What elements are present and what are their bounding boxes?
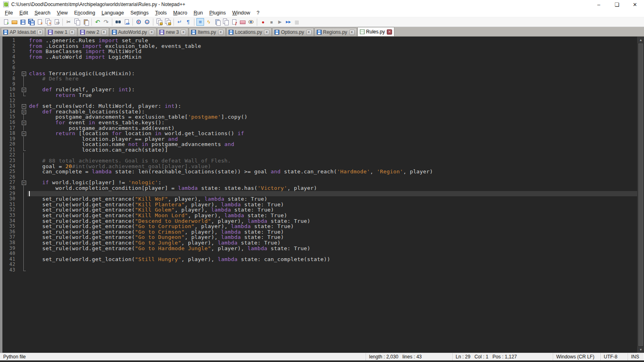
function-list-icon[interactable]: ƒ [230, 18, 238, 26]
zoom-in-icon[interactable]: + [135, 18, 142, 26]
menu-search[interactable]: Search [31, 9, 54, 16]
code-text[interactable]: from BaseClasses import MultiWorld [27, 49, 637, 54]
fold-collapse-icon[interactable] [20, 87, 27, 93]
menu-run[interactable]: Run [190, 9, 206, 16]
zoom-out-icon[interactable]: − [143, 18, 151, 26]
tab-options-py[interactable]: Options.py✕ [272, 28, 314, 36]
menu-file[interactable]: File [2, 9, 16, 16]
show-all-characters-icon[interactable]: ¶ [184, 18, 192, 26]
menu-plugins[interactable]: Plugins [206, 9, 229, 16]
code-text[interactable] [27, 98, 637, 104]
menu-settings[interactable]: Settings [127, 9, 152, 16]
tab-close-icon[interactable]: ✕ [101, 30, 107, 35]
tab-ap-ideas-txt[interactable]: AP Ideas.txt✕ [1, 28, 45, 36]
code-text[interactable]: set_rule(world.get_entrance("Kill Plante… [27, 202, 637, 208]
code-text[interactable]: set_rule(world.get_entrance("Descend to … [27, 218, 637, 224]
restore-button[interactable]: ❏ [608, 0, 626, 9]
monitoring-icon[interactable] [247, 18, 255, 26]
code-text[interactable]: set_rule(world.get_entrance("Kill WoF", … [27, 196, 637, 202]
document-list-icon[interactable] [222, 18, 229, 26]
code-text[interactable]: def reachable_locations(state): [27, 109, 637, 115]
code-text[interactable]: set_rule(world.get_entrance("Go to Dunge… [27, 234, 637, 240]
menu-window[interactable]: Window [229, 9, 253, 16]
menu-encoding[interactable]: Encoding [71, 9, 98, 16]
folder-as-workspace-icon[interactable] [239, 18, 246, 26]
tab-items-py[interactable]: Items.py✕ [189, 28, 225, 36]
code-text[interactable]: if world.logic[player] != 'nologic': [27, 180, 637, 185]
code-editor[interactable]: 1from ..generic.Rules import set_rule2fr… [2, 37, 637, 353]
code-text[interactable]: set_rule(world.get_location("Still Hungr… [27, 257, 637, 262]
tab-close-icon[interactable]: ✕ [70, 30, 75, 35]
code-text[interactable]: class TerrariaLogic(LogicMixin): [27, 71, 637, 76]
close-all-icon[interactable]: × [44, 18, 52, 26]
code-text[interactable]: # Defs here [27, 76, 637, 82]
tab-close-icon[interactable]: ✕ [349, 30, 355, 35]
code-text[interactable] [27, 191, 637, 197]
code-text[interactable] [27, 152, 637, 158]
fold-collapse-icon[interactable] [20, 131, 27, 136]
code-text[interactable]: set_rule(world.get_entrance("Go to Crims… [27, 229, 637, 235]
code-text[interactable]: return [location for location in world.g… [27, 131, 637, 136]
tab-close-icon[interactable]: ✕ [306, 30, 312, 35]
close-file-icon[interactable]: × [36, 18, 43, 26]
code-text[interactable]: from .Locations import exclusion_table, … [27, 43, 637, 49]
macro-stop-icon[interactable]: ■ [268, 18, 275, 26]
tab-locations-py[interactable]: Locations.py✕ [226, 28, 272, 36]
code-text[interactable]: location.can_reach(state)] [27, 147, 637, 153]
tab-close-icon[interactable]: ✕ [387, 29, 392, 35]
word-wrap-icon[interactable]: ↵ [176, 18, 184, 26]
sync-horizontal-icon[interactable] [164, 18, 171, 26]
tab-new-2[interactable]: new 2✕ [78, 28, 109, 36]
sync-vertical-icon[interactable] [155, 18, 163, 26]
code-text[interactable]: from ..AutoWorld import LogicMixin [27, 54, 637, 60]
code-text[interactable] [27, 60, 637, 65]
scroll-down-button[interactable]: ▼ [638, 346, 644, 353]
redo-icon[interactable]: ↷ [102, 18, 110, 26]
menu-macro[interactable]: Macro [170, 9, 190, 16]
code-text[interactable]: def set_rules(world: MultiWorld, player:… [27, 103, 637, 109]
minimize-button[interactable]: – [590, 0, 608, 9]
code-text[interactable]: location.player == player and [27, 136, 637, 142]
indent-guide-icon[interactable]: ≡ [196, 18, 204, 26]
scroll-up-button[interactable]: ▲ [638, 37, 644, 43]
code-text[interactable]: return True [27, 93, 637, 98]
code-text[interactable] [27, 82, 637, 87]
code-text[interactable]: # 88 total achievements. Goal is to defe… [27, 158, 637, 164]
code-text[interactable] [27, 267, 637, 273]
scrollbar-thumb[interactable] [638, 43, 643, 346]
tab-regions-py[interactable]: Regions.py✕ [314, 28, 357, 36]
code-text[interactable]: set_rule(world.get_entrance("Go to Jungl… [27, 240, 637, 246]
tab-rules-py[interactable]: Rules.py✕ [357, 27, 395, 36]
code-text[interactable]: postgame_advancements = exclusion_table[… [27, 114, 637, 120]
code-text[interactable]: set_rule(world.get_entrance("Kill Moon L… [27, 213, 637, 218]
menu-[interactable]: ? [254, 9, 263, 16]
fold-collapse-icon[interactable] [20, 71, 27, 76]
tab-close-icon[interactable]: ✕ [37, 30, 43, 35]
copy-icon[interactable] [73, 18, 81, 26]
code-text[interactable] [27, 175, 637, 180]
save-all-icon[interactable] [27, 18, 35, 26]
fold-collapse-icon[interactable] [20, 103, 27, 109]
fold-collapse-icon[interactable] [20, 109, 27, 115]
code-text[interactable]: set_rule(world.get_entrance("Go to Corru… [27, 224, 637, 229]
tab-close-icon[interactable]: ✕ [264, 30, 269, 35]
function-completion-icon[interactable]: ϟ [205, 18, 213, 26]
undo-icon[interactable]: ↶ [94, 18, 101, 26]
code-text[interactable]: world.completion_condition[player] = lam… [27, 185, 637, 191]
find-icon[interactable] [114, 18, 122, 26]
replace-icon[interactable]: ab [123, 18, 130, 26]
menu-language[interactable]: Language [98, 9, 127, 16]
code-text[interactable] [27, 262, 637, 267]
code-text[interactable]: set_rule(world.get_entrance("Kill Golem"… [27, 207, 637, 213]
tab-close-icon[interactable]: ✕ [149, 30, 154, 35]
paste-icon[interactable] [82, 18, 89, 26]
code-text[interactable]: for event in events_table.keys(): [27, 120, 637, 125]
document-map-icon[interactable] [213, 18, 221, 26]
tab-new-3[interactable]: new 3✕ [157, 28, 188, 36]
macro-save-icon[interactable]: ▦ [293, 18, 301, 26]
print-icon[interactable]: ▭ [53, 18, 60, 26]
code-text[interactable]: def rule(self, player: int): [27, 87, 637, 93]
code-text[interactable]: location.name not in postgame_advancemen… [27, 142, 637, 147]
code-text[interactable]: can_complete = lambda state: len(reachab… [27, 169, 637, 175]
code-text[interactable] [27, 65, 637, 71]
